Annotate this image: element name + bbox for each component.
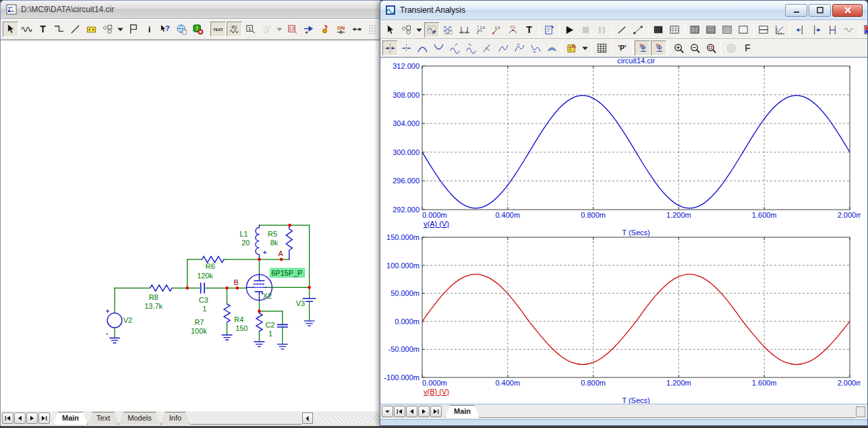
plot-frame[interactable] <box>422 237 850 377</box>
show-power-button[interactable] <box>317 22 332 37</box>
first-tab-button[interactable] <box>394 406 405 417</box>
disable-mode-button[interactable]: ! <box>190 22 206 37</box>
grid-dotted-button[interactable] <box>736 22 751 38</box>
grid-both-button[interactable] <box>720 22 735 38</box>
plot-frame[interactable] <box>422 66 850 210</box>
info-mode-button[interactable]: i <box>142 22 157 37</box>
show-node-numbers-button[interactable]: 1 <box>243 22 258 37</box>
grid-vertical-button[interactable] <box>687 22 703 38</box>
last-tab-button[interactable] <box>38 412 50 424</box>
tab-main[interactable]: Main <box>53 412 88 425</box>
tab-main[interactable]: Main <box>445 405 480 418</box>
plot-properties-button[interactable] <box>861 22 868 38</box>
line-data-mode-button[interactable] <box>631 22 646 38</box>
series-label-link[interactable]: v(A) (V) <box>424 220 449 228</box>
tag-value-button[interactable]: 1.0 <box>489 22 504 38</box>
tab-info[interactable]: Info <box>161 412 190 425</box>
show-grid-text-button[interactable]: TEXT <box>210 22 226 37</box>
close-button[interactable] <box>832 4 863 17</box>
shape-dropdown-button[interactable] <box>116 22 125 37</box>
line-mode-button[interactable] <box>614 22 630 38</box>
schematic-titlebar[interactable]: D:\MC9\DATA\circuit14.cir <box>1 1 382 19</box>
zoom-region-button[interactable] <box>703 40 719 56</box>
zoom-out-button[interactable] <box>687 40 703 56</box>
pause-button[interactable] <box>594 22 610 38</box>
text-mode-button[interactable]: T <box>35 22 51 37</box>
grid-horizontal-button[interactable] <box>703 22 719 38</box>
global-low-button[interactable] <box>528 40 544 56</box>
minimize-button[interactable] <box>785 4 807 17</box>
show-node-voltages-button[interactable]: VIP <box>259 22 274 37</box>
component-mode-button[interactable] <box>84 22 99 37</box>
grid-button[interactable] <box>366 22 381 37</box>
global-high-button[interactable] <box>512 40 527 56</box>
go-to-valley-button[interactable] <box>431 40 446 56</box>
go-to-inflection-button[interactable] <box>496 40 511 56</box>
numeric-output-button[interactable] <box>594 40 610 56</box>
vertical-tag-button[interactable]: 1.0 <box>473 22 488 38</box>
select-mode-button[interactable] <box>382 22 398 38</box>
envelope-button[interactable] <box>544 40 560 56</box>
wire-orthogonal-button[interactable] <box>51 22 67 37</box>
go-to-peak-button[interactable] <box>415 40 430 56</box>
watch-button[interactable] <box>724 40 739 56</box>
run-button[interactable] <box>562 22 577 38</box>
zoom-in-button[interactable] <box>671 40 687 56</box>
line-mode-button[interactable] <box>67 22 83 37</box>
smooth-button[interactable] <box>841 22 857 38</box>
function-button[interactable]: F <box>740 40 755 56</box>
tab-text[interactable]: Text <box>88 412 119 425</box>
schematic-canvas[interactable]: L1 20 R5 8k R6 120k R8 13.7k C3 1 R7 100… <box>1 40 382 411</box>
label-tube-model[interactable]: 6P15P_P <box>272 269 303 277</box>
flag-mode-button[interactable] <box>125 22 141 37</box>
scroll-left-button[interactable] <box>302 412 313 424</box>
show-current-button[interactable] <box>301 22 316 37</box>
split-plot-button[interactable] <box>756 22 772 38</box>
go-to-performance-button[interactable]: 'P' <box>614 40 630 56</box>
color-menu-button[interactable] <box>565 40 580 56</box>
cursor-mode-button[interactable] <box>440 22 456 38</box>
wire-mode-button[interactable] <box>19 22 34 37</box>
scale-mode-button[interactable] <box>424 22 440 38</box>
next-peak-button[interactable] <box>447 40 463 56</box>
first-tab-button[interactable] <box>2 412 13 424</box>
resize-stub[interactable] <box>856 406 865 417</box>
hscrollbar-track[interactable] <box>314 413 381 423</box>
prev-tab-button[interactable] <box>406 406 417 417</box>
stop-button[interactable] <box>578 22 594 38</box>
cursor-align-button[interactable] <box>825 22 840 38</box>
cursor-left-button[interactable] <box>792 22 808 38</box>
horizontal-tag-button[interactable] <box>457 22 472 38</box>
series-label-link[interactable]: v(B) (V) <box>424 388 449 396</box>
maximize-button[interactable] <box>809 4 831 17</box>
help-mode-button[interactable]: ? <box>158 22 173 37</box>
plot-area[interactable]: circuit14.cir312.000308.000304.000300.00… <box>380 57 867 404</box>
go-to-x-button[interactable]: X <box>635 40 650 56</box>
properties-button[interactable] <box>542 22 557 38</box>
cursor-right-button[interactable] <box>809 22 824 38</box>
tracker-button[interactable] <box>772 22 788 38</box>
cursor-mode-button[interactable] <box>382 40 398 56</box>
text-mode-button[interactable]: T <box>521 22 537 38</box>
color-dropdown-button[interactable] <box>581 40 589 56</box>
data-points-button[interactable] <box>651 22 666 38</box>
graphics-dropdown-button[interactable] <box>415 22 424 38</box>
node-voltages-dropdown-button[interactable] <box>275 22 284 37</box>
analysis-titlebar[interactable]: Transient Analysis <box>380 1 867 20</box>
tag-formula-button[interactable]: F() <box>505 22 521 38</box>
next-valley-button[interactable] <box>463 40 479 56</box>
next-tab-button[interactable] <box>418 406 430 417</box>
prev-tab-button[interactable] <box>14 412 26 424</box>
caret-down-tab-button[interactable] <box>382 406 393 417</box>
select-mode-button[interactable] <box>3 22 18 37</box>
go-to-slope-button[interactable] <box>480 40 495 56</box>
shape-mode-button[interactable] <box>100 22 115 37</box>
cursor-next-button[interactable] <box>399 40 414 56</box>
show-pin-connections-button[interactable] <box>349 22 365 37</box>
show-attribute-text-button[interactable]: R1 <box>227 22 242 37</box>
go-to-y-button[interactable]: Y <box>651 40 666 56</box>
token-grid-button[interactable] <box>667 22 683 38</box>
next-tab-button[interactable] <box>26 412 38 424</box>
graphics-menu-button[interactable] <box>399 22 414 38</box>
tab-models[interactable]: Models <box>119 412 160 425</box>
